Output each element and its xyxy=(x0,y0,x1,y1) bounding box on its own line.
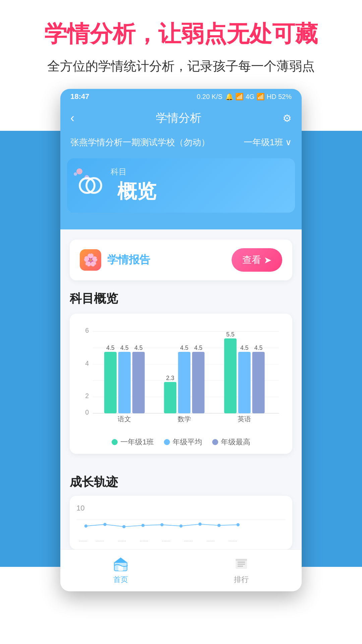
growth-chart-container: 10 ...... ...... ...... ...... ...... xyxy=(70,496,292,549)
school-bar: 张燕学情分析一期测试学校（勿动） 一年级1班 ∨ xyxy=(60,132,302,153)
svg-rect-21 xyxy=(178,352,190,413)
view-btn-text: 查看 xyxy=(242,254,261,266)
rank-label: 排行 xyxy=(234,575,249,585)
legend-item-top: 年级最高 xyxy=(212,437,250,447)
subject-overview: 概览 xyxy=(117,178,156,205)
svg-text:......: ...... xyxy=(162,537,170,542)
svg-text:2.3: 2.3 xyxy=(166,375,174,381)
svg-text:......: ...... xyxy=(184,537,192,542)
svg-text:0: 0 xyxy=(85,409,89,416)
svg-text:......: ...... xyxy=(79,537,87,542)
svg-rect-58 xyxy=(236,559,247,561)
svg-text:数学: 数学 xyxy=(178,415,191,423)
legend-item-avg: 年级平均 xyxy=(164,437,202,447)
legend-dot-avg xyxy=(164,439,170,445)
nav-title: 学情分析 xyxy=(156,110,201,126)
legend-label-top: 年级最高 xyxy=(221,437,250,447)
svg-text:4.5: 4.5 xyxy=(254,344,263,351)
svg-text:4.5: 4.5 xyxy=(194,344,202,351)
status-time: 18:47 xyxy=(70,92,89,101)
nav-item-rank[interactable]: 排行 xyxy=(233,555,250,585)
svg-text:5.5: 5.5 xyxy=(226,331,235,338)
svg-text:4.5: 4.5 xyxy=(120,344,129,351)
school-name: 张燕学情分析一期测试学校（勿动） xyxy=(70,137,210,148)
bar-chart-svg: 6 4 2 0 4.5 4.5 4.5 语文 xyxy=(76,324,286,431)
legend-item-class: 一年级1班 xyxy=(112,437,154,447)
home-icon xyxy=(112,555,129,573)
subject-tab-container: 科目 概览 xyxy=(60,153,302,229)
svg-text:6: 6 xyxy=(85,327,89,334)
growth-y-label: 10 xyxy=(76,504,286,513)
status-bar: 18:47 0.20 K/S 🔔 📶 4G 📶 HD 52% xyxy=(60,89,302,104)
chart-container: 6 4 2 0 4.5 4.5 4.5 语文 xyxy=(70,314,292,454)
svg-rect-14 xyxy=(118,352,131,413)
flower-icon: 🌸 xyxy=(83,253,98,267)
settings-icon[interactable]: ⚙ xyxy=(283,112,292,124)
svg-rect-30 xyxy=(252,352,265,413)
subject-card[interactable]: 科目 概览 xyxy=(67,158,295,213)
svg-marker-52 xyxy=(114,557,128,563)
dropdown-icon: ∨ xyxy=(285,137,292,148)
svg-text:......: ...... xyxy=(118,537,126,542)
nav-item-home[interactable]: 首页 xyxy=(112,555,129,585)
svg-text:语文: 语文 xyxy=(118,415,131,423)
class-name: 一年级1班 xyxy=(244,137,283,148)
growth-chart-svg: ...... ...... ...... ...... ...... .....… xyxy=(76,513,286,543)
growth-section: 成长轨迹 10 ...... ...... ...... ...... xyxy=(60,474,302,549)
svg-text:4.5: 4.5 xyxy=(180,344,189,351)
growth-title: 成长轨迹 xyxy=(70,474,292,490)
svg-text:4.5: 4.5 xyxy=(134,344,143,351)
svg-text:4: 4 xyxy=(85,360,89,367)
report-left: 🌸 学情报告 xyxy=(80,249,150,271)
deco-dot-3 xyxy=(74,172,77,176)
phone-mockup: 18:47 0.20 K/S 🔔 📶 4G 📶 HD 52% ‹ 学情分析 ⚙ … xyxy=(60,89,302,591)
sub-title: 全方位的学情统计分析，记录孩子每一个薄弱点 xyxy=(13,58,349,75)
view-button[interactable]: 查看 ➤ xyxy=(232,248,282,272)
svg-rect-19 xyxy=(164,382,176,414)
chart-title: 科目概览 xyxy=(70,290,292,307)
svg-text:4.5: 4.5 xyxy=(240,344,249,351)
rank-icon xyxy=(233,555,250,573)
svg-rect-26 xyxy=(224,338,237,413)
svg-rect-12 xyxy=(104,352,117,413)
legend-dot-class xyxy=(112,439,118,445)
report-icon: 🌸 xyxy=(80,249,101,271)
svg-text:......: ...... xyxy=(206,537,215,542)
nav-bar: ‹ 学情分析 ⚙ xyxy=(60,104,302,132)
status-right: 0.20 K/S 🔔 📶 4G 📶 HD 52% xyxy=(197,93,292,101)
content-area: 🌸 学情报告 查看 ➤ 科目概览 xyxy=(60,229,302,474)
legend-label-avg: 年级平均 xyxy=(173,437,202,447)
legend-label-class: 一年级1班 xyxy=(120,437,154,447)
class-selector[interactable]: 一年级1班 ∨ xyxy=(244,137,292,148)
bottom-nav: 首页 排行 xyxy=(60,549,302,591)
svg-rect-23 xyxy=(192,352,204,413)
subject-tab-icon xyxy=(77,172,104,199)
status-network: 0.20 K/S xyxy=(197,93,223,101)
report-text: 学情报告 xyxy=(107,253,150,267)
svg-text:英语: 英语 xyxy=(238,415,251,423)
home-label: 首页 xyxy=(113,575,128,585)
svg-text:......: ...... xyxy=(96,537,104,542)
view-btn-icon: ➤ xyxy=(264,255,272,266)
chart-section: 科目概览 6 4 2 0 xyxy=(70,290,292,454)
svg-rect-16 xyxy=(132,352,145,413)
svg-text:4.5: 4.5 xyxy=(106,344,115,351)
svg-text:......: ...... xyxy=(140,537,148,542)
back-button[interactable]: ‹ xyxy=(70,111,74,125)
chart-legend: 一年级1班 年级平均 年级最高 xyxy=(76,437,286,447)
legend-dot-top xyxy=(212,439,218,445)
svg-text:2: 2 xyxy=(85,392,89,399)
main-title: 学情分析，让弱点无处可藏 xyxy=(13,20,349,48)
svg-text:......: ...... xyxy=(229,537,237,542)
subject-label: 科目 xyxy=(111,166,156,177)
status-icons: 🔔 📶 4G 📶 HD 52% xyxy=(225,93,292,101)
svg-rect-28 xyxy=(238,352,251,413)
report-card: 🌸 学情报告 查看 ➤ xyxy=(70,239,292,280)
